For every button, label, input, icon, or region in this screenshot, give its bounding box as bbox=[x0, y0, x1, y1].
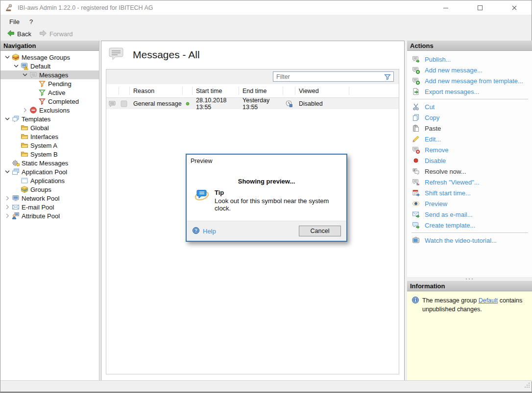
close-button[interactable] bbox=[497, 0, 532, 15]
nav-item-label: Templates bbox=[22, 116, 50, 123]
filter-funnel-icon[interactable] bbox=[384, 73, 392, 81]
chevron-right-icon[interactable] bbox=[3, 212, 11, 220]
nav-item-label: Messages bbox=[39, 71, 68, 79]
action-copy[interactable]: Copy bbox=[407, 112, 532, 123]
action-label: Copy bbox=[425, 114, 439, 121]
nav-item-label: Network Pool bbox=[22, 195, 59, 202]
action-label: Publish... bbox=[425, 56, 451, 63]
default-group-link[interactable]: Default bbox=[479, 297, 498, 304]
preview-dialog: Preview Showing preview... Tip Look out … bbox=[186, 154, 347, 242]
nav-item-completed[interactable]: Completed bbox=[0, 97, 99, 106]
menu-help[interactable]: ? bbox=[24, 18, 38, 25]
action-label: Add new message... bbox=[425, 67, 483, 74]
nav-item-attribute-pool[interactable]: Attribute Pool bbox=[0, 211, 99, 220]
chevron-right-icon[interactable] bbox=[21, 106, 29, 114]
nav-item-exclusions[interactable]: Exclusions bbox=[0, 106, 99, 115]
column-header-status[interactable] bbox=[183, 87, 193, 95]
action-label: Add new message from template... bbox=[425, 77, 523, 85]
action-publish[interactable]: Publish... bbox=[407, 54, 532, 65]
information-header: Information bbox=[407, 281, 532, 291]
forward-arrow-icon bbox=[39, 29, 47, 39]
cancel-button[interactable]: Cancel bbox=[299, 226, 341, 236]
funnel-pending-icon bbox=[38, 80, 46, 88]
column-header-viewed-icon[interactable] bbox=[283, 87, 295, 95]
menu-bar: File ? bbox=[0, 15, 532, 28]
nav-item-label: Default bbox=[30, 63, 50, 70]
cut-icon bbox=[411, 103, 420, 111]
actions-separator bbox=[411, 232, 528, 233]
status-dot-icon bbox=[183, 98, 193, 109]
action-label: Shift start time... bbox=[425, 189, 471, 197]
column-header-viewed[interactable]: Viewed bbox=[295, 87, 349, 95]
action-watch-the-video-tutorial[interactable]: Watch the video-tutorial... bbox=[407, 235, 532, 246]
nav-item-groups[interactable]: Groups bbox=[0, 185, 99, 194]
actions-info-splitter[interactable] bbox=[407, 277, 532, 281]
nav-item-e-mail-pool[interactable]: E-mail Pool bbox=[0, 203, 99, 211]
nav-item-templates[interactable]: Templates bbox=[0, 115, 99, 123]
column-header-start-time[interactable]: Start time bbox=[193, 87, 239, 95]
nav-item-active[interactable]: Active bbox=[0, 88, 99, 97]
chevron-down-icon[interactable] bbox=[3, 168, 11, 176]
funnel-active-icon bbox=[38, 89, 46, 96]
chevron-down-icon[interactable] bbox=[21, 71, 29, 79]
menu-file[interactable]: File bbox=[4, 18, 24, 25]
right-splitter[interactable] bbox=[405, 41, 407, 381]
row-message-icon bbox=[106, 98, 119, 109]
action-preview[interactable]: Preview bbox=[407, 198, 532, 209]
nav-item-static-messages[interactable]: Static Messages bbox=[0, 159, 99, 167]
forward-button[interactable]: Forward bbox=[35, 29, 77, 40]
chevron-right-icon[interactable] bbox=[3, 194, 11, 202]
nav-item-interfaces[interactable]: Interfaces bbox=[0, 132, 99, 141]
nav-item-messages[interactable]: Messages bbox=[0, 70, 99, 79]
table-row[interactable]: General message 28.10.2018 13:55 Yesterd… bbox=[106, 98, 399, 109]
column-header-reason[interactable]: Reason bbox=[130, 87, 183, 95]
remove-icon bbox=[411, 146, 420, 154]
messages-large-icon bbox=[108, 46, 124, 63]
nav-item-system-b[interactable]: System B bbox=[0, 150, 99, 159]
templates-icon bbox=[11, 115, 20, 123]
actions-header: Actions bbox=[407, 41, 532, 51]
action-add-new-message-from-template[interactable]: Add new message from template... bbox=[407, 75, 532, 86]
help-link[interactable]: ? Help bbox=[192, 227, 216, 236]
maximize-button[interactable] bbox=[463, 0, 497, 15]
chevron-spacer bbox=[12, 141, 20, 149]
action-disable[interactable]: Disable bbox=[407, 155, 532, 166]
action-shift-start-time[interactable]: 17Shift start time... bbox=[407, 187, 532, 198]
back-button[interactable]: Back bbox=[3, 29, 35, 40]
folder-icon bbox=[20, 124, 28, 132]
row-color-swatch-icon bbox=[119, 98, 130, 109]
column-header-icon2[interactable] bbox=[119, 87, 130, 95]
action-edit[interactable]: Edit... bbox=[407, 134, 532, 144]
messages-icon bbox=[29, 71, 37, 79]
nav-item-system-a[interactable]: System A bbox=[0, 141, 99, 150]
nav-item-global[interactable]: Global bbox=[0, 123, 99, 132]
nav-item-application-pool[interactable]: Application Pool bbox=[0, 167, 99, 176]
svg-text:17: 17 bbox=[413, 192, 416, 195]
chevron-right-icon[interactable] bbox=[3, 203, 11, 211]
action-label: Send as e-mail... bbox=[425, 211, 473, 218]
action-export-messages[interactable]: Export messages... bbox=[407, 86, 532, 97]
add-new-message-icon bbox=[411, 66, 420, 74]
nav-item-pending[interactable]: Pending bbox=[0, 79, 99, 88]
action-refresh-viewed[interactable]: Refresh "Viewed"... bbox=[407, 177, 532, 187]
resize-grip[interactable] bbox=[524, 382, 531, 391]
column-header-icon1[interactable] bbox=[106, 87, 119, 95]
chevron-down-icon[interactable] bbox=[12, 62, 20, 70]
filter-input[interactable] bbox=[273, 73, 384, 81]
email-pool-icon bbox=[11, 203, 20, 211]
action-create-template[interactable]: Create template... bbox=[407, 220, 532, 231]
action-cut[interactable]: Cut bbox=[407, 101, 532, 112]
action-add-new-message[interactable]: Add new message... bbox=[407, 65, 532, 75]
minimize-button[interactable] bbox=[429, 0, 463, 15]
nav-item-default[interactable]: Default bbox=[0, 62, 99, 70]
chevron-down-icon[interactable] bbox=[3, 53, 11, 61]
chevron-down-icon[interactable] bbox=[3, 115, 11, 123]
action-label: Export messages... bbox=[425, 88, 479, 95]
nav-item-label: Message Groups bbox=[22, 54, 70, 61]
action-send-as-e-mail[interactable]: Send as e-mail... bbox=[407, 209, 532, 220]
column-header-end-time[interactable]: End time bbox=[239, 87, 283, 95]
nav-item-network-pool[interactable]: Network Pool bbox=[0, 194, 99, 203]
action-remove[interactable]: Remove bbox=[407, 144, 532, 155]
nav-item-message-groups[interactable]: Message Groups bbox=[0, 53, 99, 62]
nav-item-applications[interactable]: Applications bbox=[0, 176, 99, 185]
